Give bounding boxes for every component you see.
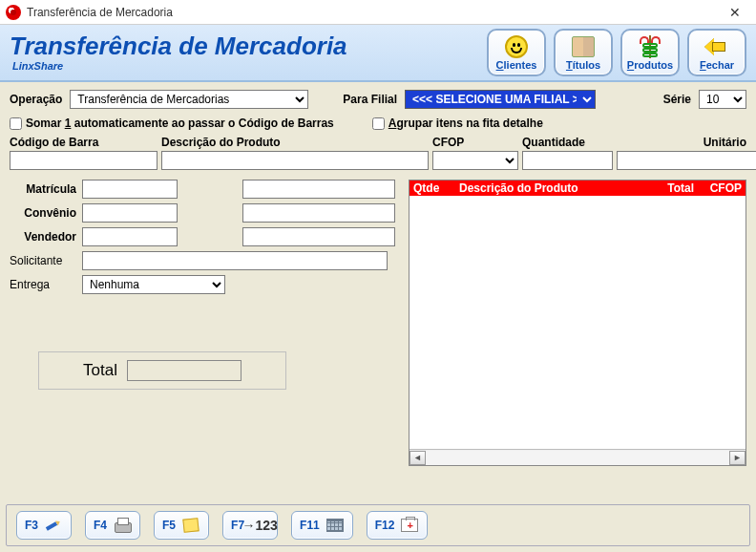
list-col-descricao: Descrição do Produto <box>459 181 641 195</box>
cfop-select[interactable] <box>432 151 518 170</box>
arrow-left-icon <box>704 35 729 58</box>
col-unitario: Unitário <box>617 136 746 149</box>
solicitante-input[interactable] <box>82 251 388 270</box>
list-col-qtde: Qtde <box>413 181 459 195</box>
agrupar-checkbox[interactable] <box>372 117 385 130</box>
col-codigo: Código de Barra <box>10 136 158 149</box>
scroll-left-icon[interactable]: ◄ <box>410 451 426 465</box>
list-body[interactable] <box>410 196 746 449</box>
f4-label: F4 <box>94 519 107 532</box>
list-col-total: Total <box>641 181 694 195</box>
list-col-cfop: CFOP <box>694 181 742 195</box>
f5-button[interactable]: F5 <box>154 511 209 540</box>
convenio-aux-input[interactable] <box>242 203 395 223</box>
close-icon[interactable]: ✕ <box>718 3 752 22</box>
col-descricao: Descrição do Produto <box>161 136 429 149</box>
vendedor-aux-input[interactable] <box>242 227 395 246</box>
operacao-label: Operação <box>10 93 62 106</box>
serie-select[interactable]: 10 <box>699 90 746 109</box>
convenio-label: Convênio <box>10 206 78 220</box>
unitario-input[interactable] <box>617 151 756 170</box>
clientes-label: lientes <box>504 59 537 71</box>
titulos-button[interactable]: Títulos <box>554 29 613 76</box>
book-icon <box>571 35 596 58</box>
agrupar-checkbox-wrapper[interactable]: Agrupar itens na fita detalhe <box>372 117 543 130</box>
vendedor-label: Vendedor <box>10 230 78 244</box>
f11-label: F11 <box>300 519 320 532</box>
clientes-button[interactable]: Clientes <box>487 29 546 76</box>
f5-label: F5 <box>162 519 176 532</box>
pencil-icon <box>44 517 63 534</box>
f3-label: F3 <box>25 519 38 532</box>
medkit-icon <box>400 517 419 534</box>
scroll-track[interactable] <box>426 451 729 465</box>
convenio-input[interactable] <box>82 203 178 223</box>
f11-button[interactable]: F11 <box>291 511 353 540</box>
f12-label: F12 <box>375 519 395 532</box>
printer-icon <box>113 517 132 534</box>
note-icon <box>181 517 200 534</box>
para-filial-label: Para Filial <box>343 93 397 106</box>
total-input[interactable] <box>127 360 242 381</box>
page-subtitle: LinxShare <box>12 60 487 72</box>
f4-button[interactable]: F4 <box>85 511 140 540</box>
matricula-input[interactable] <box>82 180 178 199</box>
serie-label: Série <box>663 93 691 106</box>
fechar-label: echar <box>706 59 734 71</box>
caduceus-icon <box>638 35 662 58</box>
col-cfop: CFOP <box>432 136 518 149</box>
operacao-select[interactable]: Transferência de Mercadorias <box>70 90 308 109</box>
total-label: Total <box>83 361 117 380</box>
matricula-label: Matrícula <box>10 182 78 196</box>
page-title: Transferência de Mercadoria <box>10 33 487 58</box>
app-icon <box>6 5 21 20</box>
solicitante-label: Solicitante <box>10 254 78 267</box>
descricao-input[interactable] <box>161 151 429 170</box>
somar1-checkbox[interactable] <box>10 117 22 130</box>
quantidade-input[interactable] <box>522 151 613 170</box>
entrega-select[interactable]: Nenhuma <box>82 275 225 294</box>
codigo-input[interactable] <box>10 151 158 170</box>
f12-button[interactable]: F12 <box>367 511 429 540</box>
entrega-label: Entrega <box>10 278 78 291</box>
vendedor-input[interactable] <box>82 227 178 246</box>
window-title: Transferência de Mercadoria <box>27 6 718 19</box>
list-scrollbar[interactable]: ◄ ► <box>410 449 746 465</box>
f3-button[interactable]: F3 <box>16 511 72 540</box>
somar1-checkbox-wrapper[interactable]: Somar 1 automaticamente ao passar o Códi… <box>10 117 334 130</box>
arrow-123-icon: →123 <box>250 517 269 534</box>
f7-button[interactable]: F7 →123 <box>222 511 278 540</box>
matricula-aux-input[interactable] <box>242 180 395 199</box>
items-list: Qtde Descrição do Produto Total CFOP ◄ ► <box>409 180 746 466</box>
scroll-right-icon[interactable]: ► <box>729 451 746 465</box>
produtos-button[interactable]: Produtos <box>620 29 680 76</box>
fechar-button[interactable]: Fechar <box>687 29 746 76</box>
col-quantidade: Quantidade <box>522 136 613 149</box>
para-filial-select[interactable]: <<< SELECIONE UMA FILIAL >>> <box>405 90 596 109</box>
smiley-icon <box>504 35 529 58</box>
calendar-icon <box>326 517 345 534</box>
titulos-label: ítulos <box>573 59 600 71</box>
total-box: Total <box>38 351 286 390</box>
produtos-label: rodutos <box>634 59 673 71</box>
